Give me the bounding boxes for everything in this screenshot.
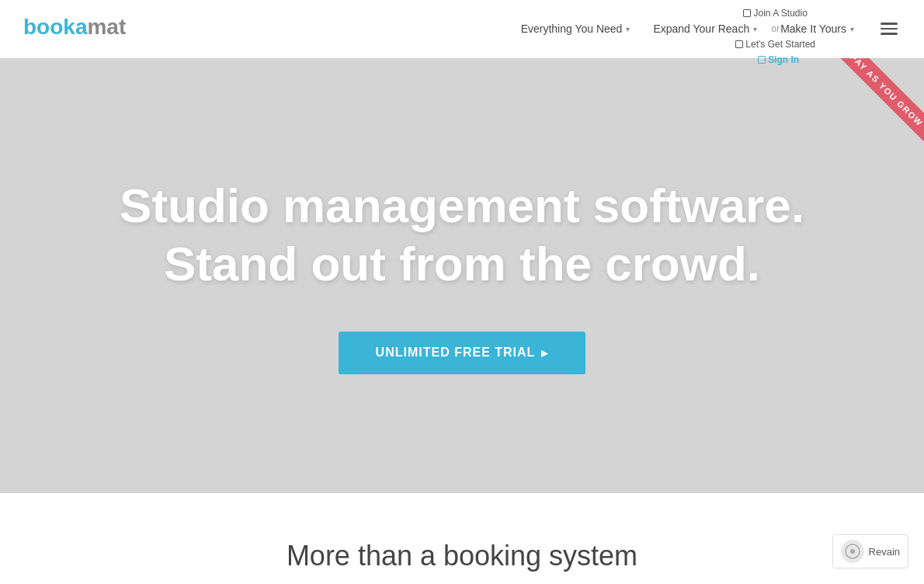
sign-in-label: Sign In	[768, 54, 799, 65]
site-header: bookamat · · · · · · Everything You Need…	[0, 0, 924, 58]
revain-badge[interactable]: Revain	[832, 534, 908, 568]
cta-button[interactable]: UNLIMITED FREE TRIAL ▸	[339, 332, 586, 374]
logo[interactable]: bookamat · · · · · ·	[23, 15, 126, 43]
sign-in-link[interactable]: Sign In	[758, 54, 799, 65]
revain-icon	[841, 540, 864, 563]
hamburger-menu[interactable]	[877, 19, 901, 38]
hamburger-line-1	[881, 23, 898, 25]
cta-arrow-icon: ▸	[541, 346, 548, 360]
hamburger-line-2	[881, 28, 898, 30]
join-studio-label: Join A Studio	[753, 8, 807, 19]
below-hero-section: More than a booking system	[0, 493, 924, 584]
below-hero-heading: More than a booking system	[23, 540, 901, 572]
nav-arrow-make: ▾	[850, 25, 854, 33]
header-top-right: Join A Studio or Let's Get Started Sign …	[735, 8, 815, 65]
or-separator: or	[771, 23, 780, 34]
logo-area: bookamat · · · · · ·	[23, 15, 126, 43]
ribbon-wrapper: PAY AS YOU GROW	[831, 58, 924, 151]
cta-label: UNLIMITED FREE TRIAL	[376, 346, 536, 360]
hero-title: Studio management software. Stand out fr…	[120, 177, 804, 293]
hamburger-line-3	[881, 33, 898, 35]
lets-started-checkbox-icon	[735, 40, 743, 48]
pay-as-you-grow-ribbon: PAY AS YOU GROW	[835, 58, 924, 141]
main-nav: Everything You Need ▾ Expand Your Reach …	[521, 19, 901, 38]
hero-title-line2: Stand out from the crowd.	[164, 237, 760, 290]
sign-in-checkbox-icon	[758, 56, 766, 64]
nav-arrow-everything: ▾	[626, 25, 630, 33]
join-studio-checkbox-icon	[743, 9, 751, 17]
logo-mat: mat	[87, 15, 126, 39]
nav-item-everything[interactable]: Everything You Need ▾	[521, 23, 630, 35]
lets-get-started-label: Let's Get Started	[745, 39, 815, 50]
logo-a: a	[75, 15, 88, 39]
logo-book: book	[23, 15, 75, 39]
nav-label-everything: Everything You Need	[521, 23, 623, 35]
svg-point-1	[850, 549, 855, 554]
hero-section: Studio management software. Stand out fr…	[0, 58, 924, 493]
lets-get-started-link[interactable]: Let's Get Started	[735, 39, 815, 50]
hero-title-line1: Studio management software.	[120, 179, 804, 232]
join-studio-link[interactable]: Join A Studio	[743, 8, 807, 19]
revain-label: Revain	[869, 546, 900, 558]
